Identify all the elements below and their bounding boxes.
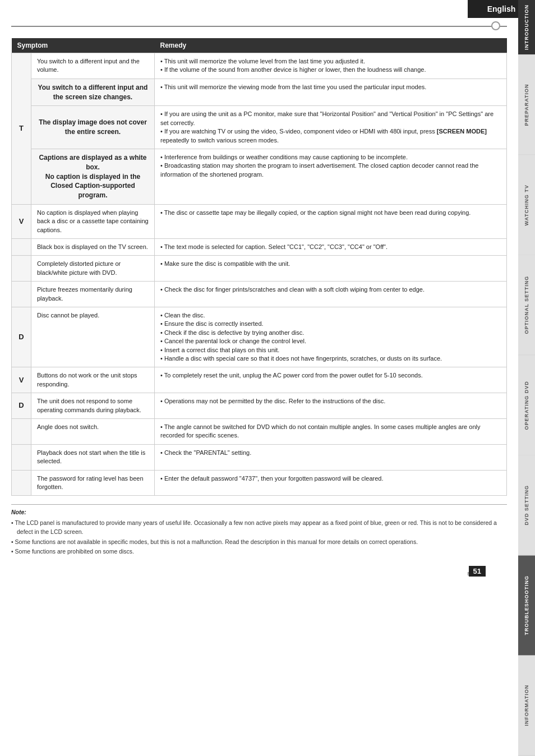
table-row: V Buttons do not work or the unit stops …	[12, 367, 507, 393]
table-row: Captions are displayed as a white box.No…	[12, 149, 507, 204]
side-tab-preparation[interactable]: PREPARATION	[518, 55, 535, 155]
remedy-cell: • Clean the disc.• Ensure the disc is co…	[155, 307, 507, 367]
symptom-header: Symptom	[12, 38, 155, 53]
symptom-cell: Black box is displayed on the TV screen.	[31, 239, 155, 256]
side-tab-optional-setting[interactable]: OPTIONAL SETTING	[518, 255, 535, 356]
remedy-cell: • Check the "PARENTAL" setting.	[155, 444, 507, 470]
symptom-cell: Angle does not switch.	[31, 418, 155, 444]
troubleshooting-table: Symptom Remedy T You switch to a differe…	[11, 38, 507, 496]
circle-decoration	[491, 21, 500, 30]
note-section: Note: • The LCD panel is manufactured to…	[11, 504, 507, 556]
table-row: T You switch to a different input and th…	[12, 53, 507, 79]
letter-cell-blank6	[12, 470, 31, 496]
letter-cell-blank5	[12, 444, 31, 470]
symptom-cell: Disc cannot be played.	[31, 307, 155, 367]
note-item-1: • The LCD panel is manufactured to provi…	[11, 519, 507, 537]
letter-cell-blank3	[12, 282, 31, 307]
letter-cell-t: T	[12, 53, 31, 205]
symptom-cell: No caption is displayed when playing bac…	[31, 204, 155, 238]
top-divider	[11, 26, 507, 27]
letter-cell-blank1	[12, 239, 31, 256]
side-tab-information[interactable]: INFORMATION	[518, 656, 535, 756]
note-item-2: • Some functions are not available in sp…	[11, 538, 507, 547]
remedy-cell: • Enter the default password "4737", the…	[155, 470, 507, 496]
side-tab-watching-tv[interactable]: WATCHING TV	[518, 155, 535, 256]
table-row: Black box is displayed on the TV screen.…	[12, 239, 507, 256]
remedy-cell: • This unit will memorize the volume lev…	[155, 53, 507, 79]
letter-cell-v: V	[12, 204, 31, 238]
symptom-cell: Captions are displayed as a white box.No…	[31, 149, 155, 204]
side-tab-troubleshooting[interactable]: TROUBLESHOOTING	[518, 556, 535, 656]
symptom-cell: Picture freezes momentarily during playb…	[31, 282, 155, 307]
page-number: 51	[469, 566, 486, 577]
side-tab-introduction[interactable]: INTRODUCTION	[518, 0, 535, 55]
symptom-cell: The password for rating level has been f…	[31, 470, 155, 496]
table-row: The password for rating level has been f…	[12, 470, 507, 496]
remedy-cell: • Check the disc for finger prints/scrat…	[155, 282, 507, 307]
symptom-cell: The unit does not respond to some operat…	[31, 393, 155, 419]
symptom-cell: Buttons do not work or the unit stops re…	[31, 367, 155, 393]
remedy-cell: • Make sure the disc is compatible with …	[155, 256, 507, 282]
letter-cell-blank2	[12, 256, 31, 282]
table-row: V No caption is displayed when playing b…	[12, 204, 507, 238]
letter-cell-d2: D	[12, 393, 31, 419]
table-row: Picture freezes momentarily during playb…	[12, 282, 507, 307]
remedy-cell: • The angle cannot be switched for DVD w…	[155, 418, 507, 444]
remedy-cell: • To completely reset the unit, unplug t…	[155, 367, 507, 393]
table-row: The display image does not cover the ent…	[12, 106, 507, 149]
table-row: Angle does not switch. • The angle canno…	[12, 418, 507, 444]
symptom-cell: You switch to a different input and the …	[31, 79, 155, 106]
remedy-cell: • This unit will memorize the viewing mo…	[155, 79, 507, 106]
symptom-cell: Completely distorted picture or black/wh…	[31, 256, 155, 282]
remedy-cell: • If you are using the unit as a PC moni…	[155, 106, 507, 149]
table-header-row: Symptom Remedy	[12, 38, 507, 53]
table-row: You switch to a different input and the …	[12, 79, 507, 106]
symptom-cell: The display image does not cover the ent…	[31, 106, 155, 149]
symptom-cell: You switch to a different input and the …	[31, 53, 155, 79]
side-tab-dvd-setting[interactable]: DVD SETTING	[518, 455, 535, 556]
table-row: D Disc cannot be played. • Clean the dis…	[12, 307, 507, 367]
note-item-3: • Some functions are prohibited on some …	[11, 547, 507, 556]
letter-cell-d: D	[12, 307, 31, 367]
remedy-header: Remedy	[155, 38, 507, 53]
letter-cell-v2: V	[12, 367, 31, 393]
remedy-cell: • The text mode is selected for caption.…	[155, 239, 507, 256]
table-row: D The unit does not respond to some oper…	[12, 393, 507, 419]
side-navigation: INTRODUCTION PREPARATION WATCHING TV OPT…	[518, 0, 535, 756]
remedy-cell: • Operations may not be permitted by the…	[155, 393, 507, 419]
remedy-cell: • Interference from buildings or weather…	[155, 149, 507, 204]
letter-cell-blank4	[12, 418, 31, 444]
main-content: Symptom Remedy T You switch to a differe…	[0, 0, 518, 596]
symptom-cell: Playback does not start when the title i…	[31, 444, 155, 470]
table-row: Completely distorted picture or black/wh…	[12, 256, 507, 282]
side-tab-operating-dvd[interactable]: OPERATING DVD	[518, 356, 535, 456]
note-title: Note:	[11, 508, 507, 517]
table-row: Playback does not start when the title i…	[12, 444, 507, 470]
remedy-cell: • The disc or cassette tape may be illeg…	[155, 204, 507, 238]
